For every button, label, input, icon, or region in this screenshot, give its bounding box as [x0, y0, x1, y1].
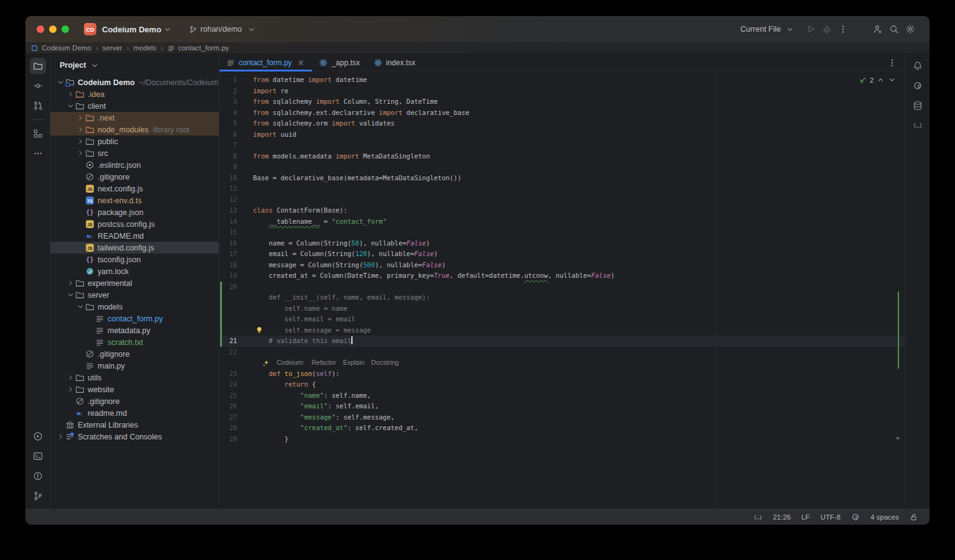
tree-item[interactable]: {}tsconfig.json — [50, 254, 219, 265]
tab-options-button[interactable] — [887, 58, 897, 68]
inspection-widget[interactable]: 2 — [859, 76, 896, 84]
next-problem-button[interactable] — [888, 76, 896, 84]
chevron-right-icon[interactable] — [65, 385, 75, 395]
code-with-me-button[interactable] — [870, 21, 886, 37]
problems-tool-button[interactable] — [30, 468, 46, 484]
line-number[interactable]: 22 — [219, 347, 253, 358]
tree-item[interactable]: experimental — [50, 277, 219, 289]
bulb-icon[interactable] — [255, 326, 264, 334]
line-number[interactable]: 9 — [219, 162, 253, 173]
more-tools-button[interactable] — [30, 145, 46, 162]
breadcrumb-item[interactable]: Codeium Demo — [42, 44, 91, 52]
project-name[interactable]: Codeium Demo — [102, 25, 161, 34]
tab-contact_form.py[interactable]: contact_form.py — [219, 54, 312, 71]
structure-tool-button[interactable] — [30, 126, 46, 142]
tree-item[interactable]: client — [50, 100, 219, 112]
line-number[interactable]: 6 — [219, 129, 253, 140]
more-actions-button[interactable] — [835, 21, 851, 37]
tree-item[interactable]: utils — [50, 372, 219, 383]
tree-item[interactable]: M↓readme.md — [50, 407, 219, 419]
codeium-lens-action[interactable]: Explain — [343, 357, 364, 369]
tree-item[interactable]: Codeium Demo~/Documents/Codeium Demo — [50, 76, 219, 88]
tree-item[interactable]: public — [50, 135, 219, 147]
chevron-right-icon[interactable] — [75, 125, 85, 135]
tree-item[interactable]: node_moduleslibrary root — [50, 124, 219, 135]
line-number[interactable]: 4 — [219, 108, 253, 119]
tree-item[interactable]: JSnext.config.js — [50, 183, 219, 195]
tree-item[interactable]: .eslintrc.json — [50, 159, 219, 171]
project-tool-button[interactable] — [30, 58, 46, 74]
tree-item[interactable]: .gitignore — [50, 171, 219, 183]
status-4-spaces[interactable]: 4 spaces — [870, 513, 899, 521]
line-number[interactable]: 14 — [219, 216, 253, 227]
tree-item[interactable]: .idea — [50, 88, 219, 100]
commit-tool-button[interactable] — [30, 78, 46, 94]
tree-item[interactable]: website — [50, 383, 219, 395]
tree-item[interactable]: JStailwind.config.js — [50, 242, 219, 254]
tree-item[interactable]: .gitignore — [50, 348, 219, 360]
tree-item[interactable]: models — [50, 301, 219, 313]
line-number[interactable]: 24 — [219, 379, 253, 390]
breadcrumb-item[interactable]: server — [103, 44, 122, 52]
app-logo[interactable]: CD — [84, 23, 96, 35]
chevron-down-icon[interactable] — [65, 101, 75, 111]
codeium-lens-action[interactable]: Refactor — [311, 357, 336, 369]
chevron-down-icon[interactable] — [65, 290, 75, 300]
tab-index.tsx[interactable]: index.tsx — [367, 54, 422, 71]
tree-item[interactable]: src — [50, 147, 219, 159]
codeium-lens-action[interactable]: Docstring — [371, 357, 399, 369]
status-21:26[interactable]: 21:26 — [773, 513, 791, 521]
line-number[interactable]: 1 — [219, 75, 253, 86]
tree-item[interactable]: External Libraries — [50, 419, 219, 431]
codeium-at-icon[interactable] — [851, 513, 860, 521]
line-number[interactable]: 7 — [219, 140, 253, 151]
tree-item[interactable]: .next — [50, 112, 219, 124]
tree-item[interactable]: main.py — [50, 360, 219, 372]
tree-item[interactable]: scratch.txt — [50, 336, 219, 348]
debug-button[interactable] — [819, 21, 835, 37]
line-number[interactable]: 16 — [219, 238, 253, 249]
search-everywhere-button[interactable] — [886, 21, 902, 37]
line-number[interactable]: 19 — [219, 270, 253, 282]
chevron-right-icon[interactable] — [75, 113, 85, 123]
project-panel-header[interactable]: Project — [50, 54, 219, 76]
braces-status-icon[interactable]: {…} — [754, 513, 762, 521]
line-number[interactable]: 17 — [219, 249, 253, 260]
scrollbar-thumb[interactable] — [896, 437, 900, 439]
line-number[interactable]: 27 — [219, 412, 253, 423]
chevron-right-icon[interactable] — [75, 137, 85, 147]
tree-item[interactable]: Scratches and Consoles — [50, 431, 219, 443]
line-number[interactable]: 18 — [219, 260, 253, 271]
endpoints-tool-button[interactable]: {…} — [910, 117, 926, 134]
line-number[interactable]: 26 — [219, 401, 253, 412]
chevron-down-icon[interactable] — [75, 302, 85, 312]
tree-item[interactable]: {}package.json — [50, 206, 219, 218]
codeium-tool-button[interactable] — [910, 78, 926, 94]
breadcrumb-item[interactable]: contact_form.py — [167, 44, 229, 52]
tree-item[interactable]: server — [50, 289, 219, 301]
code-editor[interactable]: 1from datetime import datetime2import re… — [219, 71, 905, 508]
run-button[interactable] — [803, 21, 819, 37]
status-lf[interactable]: LF — [801, 513, 810, 521]
line-number[interactable]: 23 — [219, 369, 253, 380]
chevron-right-icon[interactable] — [65, 90, 75, 99]
line-number[interactable]: 29 — [219, 434, 253, 445]
line-number[interactable]: 12 — [219, 195, 253, 206]
tree-item[interactable]: M↓README.md — [50, 230, 219, 242]
tab-_app.tsx[interactable]: _app.tsx — [312, 54, 366, 71]
version-control-tool-button[interactable] — [30, 488, 46, 504]
tree-item[interactable]: metadata.py — [50, 324, 219, 336]
unlock-icon[interactable] — [910, 513, 918, 521]
chevron-right-icon[interactable] — [55, 432, 65, 442]
git-branch-widget[interactable]: rohan/demo — [189, 25, 256, 34]
chevron-right-icon[interactable] — [65, 373, 75, 383]
maximize-window-button[interactable] — [62, 25, 69, 33]
line-number[interactable]: 5 — [219, 118, 253, 129]
run-configuration-selector[interactable]: Current File — [740, 25, 794, 34]
chevron-down-icon[interactable] — [55, 78, 65, 88]
line-number[interactable]: 15 — [219, 227, 253, 238]
line-number[interactable]: 28 — [219, 423, 253, 434]
prev-problem-button[interactable] — [877, 76, 885, 84]
tree-item[interactable]: JSpostcss.config.js — [50, 218, 219, 230]
line-number[interactable]: 8 — [219, 151, 253, 162]
